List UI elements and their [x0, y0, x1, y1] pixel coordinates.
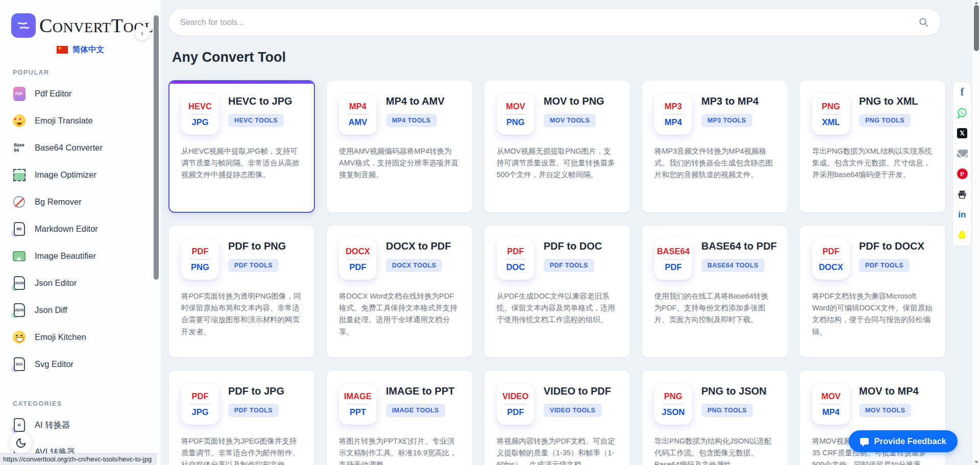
tool-category-badge[interactable]: DOCX TOOLS: [386, 259, 442, 272]
tool-card[interactable]: PDF JPG PDF to JPG PDF TOOLS 将PDF页面转换为JP…: [168, 370, 315, 465]
sidebar-collapse-button[interactable]: ‹: [135, 26, 150, 40]
tool-card[interactable]: IMAGE PPT IMAGE to PPT IMAGE TOOLS 将图片转换…: [326, 370, 473, 465]
tool-category-badge[interactable]: PNG TOOLS: [701, 404, 753, 417]
ai-file-icon: AI: [12, 418, 26, 432]
target-format: MP4: [822, 407, 840, 417]
image-optimizer-icon: [12, 168, 26, 182]
search-input[interactable]: [180, 18, 918, 27]
tool-category-badge[interactable]: PDF TOOLS: [859, 259, 910, 272]
tool-category-badge[interactable]: MOV TOOLS: [544, 114, 596, 127]
tool-card[interactable]: PNG XML PNG to XML PNG TOOLS 导出PNG数据为XML…: [799, 80, 946, 213]
sidebar-item-label: Markdown Editor: [35, 224, 98, 234]
sidebar-nav-item[interactable]: PDF Pdf Editor: [0, 80, 161, 107]
emoji-grin-icon: [12, 330, 26, 345]
tool-category-badge[interactable]: MP3 TOOLS: [701, 114, 752, 127]
tool-description: 将MP3音频文件转换为MP4视频格式。我们的转换器会生成包含静态图片和您的音频轨…: [654, 145, 775, 181]
tool-description: 导出PNG数据为结构化JSON以适配代码工作流。包含图像元数据、Base64编码…: [654, 435, 775, 465]
tool-description: 将视频内容转换为PDF文档。可自定义提取帧的质量（1-35）和帧率（1-60fp…: [497, 435, 618, 465]
tool-card[interactable]: VIDEO PDF VIDEO to PDF VIDEO TOOLS 将视频内容…: [484, 370, 630, 465]
tool-title: MP4 to AMV: [386, 95, 445, 107]
tool-category-badge[interactable]: HEVC TOOLS: [228, 114, 284, 127]
tool-card[interactable]: BASE64 PDF BASE64 to PDF BASE64 TOOLS 使用…: [642, 225, 788, 358]
sidebar-nav-item[interactable]: Base 64 Base64 Converter: [0, 134, 161, 161]
target-format: DOC: [506, 262, 525, 272]
tool-category-badge[interactable]: IMAGE TOOLS: [386, 404, 445, 417]
tile-divider: [820, 404, 842, 405]
sidebar-nav-item[interactable]: Emoji Kitchen: [0, 324, 161, 351]
sidebar: CONVERTTOOL ‹ 简体中文 POPULAR PDF Pdf Edito…: [0, 0, 161, 465]
tool-card[interactable]: MOV PNG MOV to PNG MOV TOOLS 从MOV视频无损提取P…: [484, 80, 630, 213]
sidebar-item-label: Pdf Editor: [35, 89, 71, 99]
sidebar-nav-item[interactable]: Bg Remover: [0, 188, 161, 215]
dark-mode-toggle[interactable]: [10, 432, 32, 454]
sidebar-nav-item[interactable]: SVG Svg Editor: [0, 351, 161, 378]
sidebar-nav-item[interactable]: Emoji Translate: [0, 107, 161, 134]
tool-category-badge[interactable]: BASE64 TOOLS: [701, 259, 765, 272]
tool-category-badge[interactable]: PNG TOOLS: [859, 114, 911, 127]
sidebar-nav-item[interactable]: Image Optimizer: [0, 161, 161, 188]
format-tile-icon: PDF DOCX: [812, 239, 850, 280]
source-format: DOCX: [346, 247, 370, 256]
tool-card[interactable]: PDF DOC PDF to DOC PDF TOOLS 从PDF生成DOC文件…: [484, 225, 630, 358]
tool-title: HEVC to JPG: [228, 95, 292, 107]
bg-remover-icon: [12, 195, 26, 209]
x-twitter-icon[interactable]: 𝕏: [953, 123, 971, 143]
json-file-icon: JSON: [12, 276, 26, 290]
snapchat-icon[interactable]: [953, 225, 971, 246]
sidebar-nav-item[interactable]: JSON Json Diff: [0, 297, 161, 324]
search-icon[interactable]: [918, 17, 929, 28]
whatsapp-icon[interactable]: [953, 103, 971, 123]
tool-card[interactable]: MP4 AMV MP4 to AMV MP4 TOOLS 使用AMV视频编码器将…: [326, 80, 473, 213]
language-switcher[interactable]: 简体中文: [0, 44, 161, 55]
tile-divider: [820, 259, 842, 260]
print-icon[interactable]: [953, 184, 971, 205]
tool-category-badge[interactable]: MP4 TOOLS: [386, 114, 437, 127]
format-tile-icon: PDF DOC: [497, 239, 534, 280]
chat-bubble-icon: [860, 438, 869, 445]
scroll-down-arrow-icon[interactable]: [974, 461, 978, 463]
tool-card[interactable]: DOCX PDF DOCX to PDF DOCX TOOLS 将DOCX Wo…: [326, 225, 473, 358]
facebook-icon[interactable]: f: [953, 82, 971, 103]
target-format: PDF: [507, 407, 524, 417]
source-format: PNG: [664, 391, 682, 401]
sidebar-nav-item[interactable]: MD Markdown Editor: [0, 215, 161, 242]
tile-divider: [189, 259, 211, 260]
tool-title: MP3 to MP4: [701, 95, 758, 107]
target-format: AMV: [349, 117, 368, 127]
tool-title: MOV to MP4: [859, 385, 919, 397]
tool-category-badge[interactable]: PDF TOOLS: [228, 404, 279, 417]
target-format: MP4: [665, 117, 682, 127]
tool-category-badge[interactable]: VIDEO TOOLS: [544, 404, 602, 417]
tool-title: MOV to PNG: [544, 95, 604, 107]
linkedin-icon[interactable]: in: [953, 205, 971, 225]
tool-category-badge[interactable]: PDF TOOLS: [544, 259, 594, 272]
tool-category-badge[interactable]: PDF TOOLS: [228, 259, 279, 272]
sidebar-nav-item[interactable]: JSON Json Editor: [0, 270, 161, 297]
page-scrollbar[interactable]: [972, 0, 980, 465]
sidebar-scrollbar-thumb[interactable]: [154, 15, 159, 280]
provide-feedback-button[interactable]: Provide Feedback: [849, 430, 958, 452]
source-format: MP4: [349, 102, 366, 111]
emoji-heart-eyes-icon: [12, 114, 26, 128]
json-file-icon: JSON: [12, 303, 26, 317]
tool-card[interactable]: MP3 MP4 MP3 to MP4 MP3 TOOLS 将MP3音频文件转换为…: [642, 80, 788, 213]
tool-card[interactable]: HEVC JPG HEVC to JPG HEVC TOOLS 从HEVC视频中…: [168, 80, 315, 213]
pinterest-icon[interactable]: P: [953, 164, 971, 184]
tool-description: 使用我们的在线工具将Base64转换为PDF。支持每份文档添加多张图片、页面方向…: [654, 290, 775, 326]
tool-description: 将图片转换为PPTX幻灯片。专业演示文稿制作工具。标准16:9宽高比，支持手动调…: [339, 435, 460, 465]
tool-card[interactable]: PDF DOCX PDF to DOCX PDF TOOLS 将PDF文档转换为…: [799, 225, 946, 358]
tool-title: BASE64 to PDF: [701, 240, 777, 252]
tool-title: DOCX to PDF: [386, 240, 451, 252]
page-title: Any Convert Tool: [172, 50, 286, 65]
tile-divider: [505, 259, 526, 260]
sidebar-nav-item[interactable]: Image Beautifier: [0, 242, 161, 270]
china-flag-icon: [57, 46, 68, 54]
social-share-rail: f 𝕏 P in: [952, 82, 972, 246]
tool-category-badge[interactable]: MOV TOOLS: [859, 404, 911, 417]
page-scrollbar-thumb[interactable]: [974, 5, 979, 51]
scroll-up-arrow-icon[interactable]: [974, 2, 978, 4]
tool-card[interactable]: PDF PNG PDF to PNG PDF TOOLS 将PDF页面转换为透明…: [168, 225, 315, 358]
popular-nav: PDF Pdf Editor Emoji Translate Base 64 B…: [0, 80, 161, 378]
tool-card[interactable]: PNG JSON PNG to JSON PNG TOOLS 导出PNG数据为结…: [642, 370, 788, 465]
email-icon[interactable]: [953, 143, 971, 164]
